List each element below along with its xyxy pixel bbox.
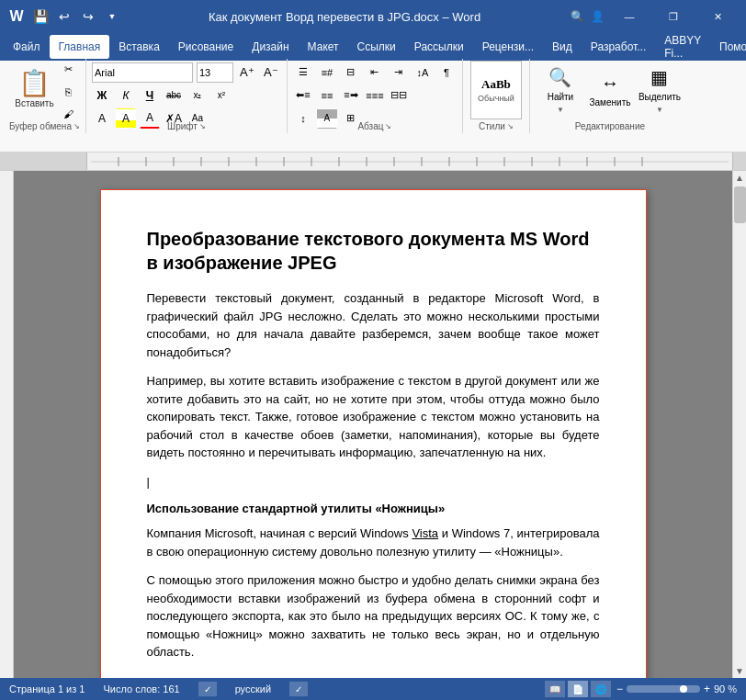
select-icon: ▦ xyxy=(650,66,668,88)
menu-view[interactable]: Вид xyxy=(543,35,582,59)
menu-layout[interactable]: Макет xyxy=(299,35,348,59)
document-paragraph-2: Например, вы хотите вставить изображение… xyxy=(147,372,600,462)
share-icon[interactable]: 👤 xyxy=(588,7,606,26)
find-arrow[interactable]: ▼ xyxy=(557,106,564,114)
redo-icon[interactable]: ↪ xyxy=(79,7,97,26)
horizontal-ruler xyxy=(0,152,746,171)
justify-button[interactable]: ≡≡≡ xyxy=(365,85,385,106)
close-button[interactable]: ✕ xyxy=(696,0,739,33)
restore-button[interactable]: ❐ xyxy=(652,0,695,33)
styles-button[interactable]: AaBb Обычный xyxy=(470,61,522,119)
bold-button[interactable]: Ж xyxy=(92,85,112,106)
underline-button[interactable]: Ч xyxy=(140,85,160,106)
app-window: W 💾 ↩ ↪ ▼ Как документ Ворд перевести в … xyxy=(0,0,746,700)
find-button[interactable]: 🔍 Найти ▼ xyxy=(537,61,583,119)
menu-developer[interactable]: Разработ... xyxy=(582,35,655,59)
align-right-button[interactable]: ≡➡ xyxy=(341,85,361,106)
increase-font-button[interactable]: A⁺ xyxy=(237,62,257,83)
word-app-icon: W xyxy=(7,7,26,26)
decrease-font-button[interactable]: A⁻ xyxy=(261,62,281,83)
subscript-button[interactable]: x₂ xyxy=(187,85,208,106)
font-name-input[interactable] xyxy=(92,62,193,83)
copy-button[interactable]: ⎘ xyxy=(58,82,78,102)
document-page[interactable]: Преобразование текстового документа MS W… xyxy=(100,189,647,678)
word-count: Число слов: 161 xyxy=(103,683,179,694)
font-name-row: A⁺ A⁻ xyxy=(92,62,281,83)
web-layout-button[interactable]: 🌐 xyxy=(591,681,611,697)
increase-indent-button[interactable]: ⇥ xyxy=(389,62,409,83)
menu-references[interactable]: Ссылки xyxy=(348,35,405,59)
font-format-row: Ж К Ч abc x₂ x² xyxy=(92,85,281,106)
paste-button[interactable]: 📋 Вставить xyxy=(10,61,58,119)
clipboard-expand-arrow[interactable]: ↘ xyxy=(73,122,80,130)
zoom-out-button[interactable]: − xyxy=(616,683,623,695)
cut-button[interactable]: ✂ xyxy=(58,60,78,80)
window-title: Как документ Ворд перевести в JPG.docx –… xyxy=(121,10,568,24)
paragraph-expand-arrow[interactable]: ↘ xyxy=(385,122,391,130)
read-mode-button[interactable]: 📖 xyxy=(545,681,565,697)
print-layout-button[interactable]: 📄 xyxy=(568,681,588,697)
find-label: Найти xyxy=(548,92,574,102)
scroll-thumb[interactable] xyxy=(734,186,746,223)
sort-button[interactable]: ↕A xyxy=(413,62,433,83)
undo-icon[interactable]: ↩ xyxy=(55,7,73,26)
bullet-list-button[interactable]: ☰ xyxy=(293,62,313,83)
menu-insert[interactable]: Вставка xyxy=(109,35,169,59)
find-icon: 🔍 xyxy=(548,66,571,88)
save-icon[interactable]: 💾 xyxy=(31,7,50,26)
align-row: ⬅≡ ≡≡ ≡➡ ≡≡≡ ⊟⊟ xyxy=(293,85,457,106)
menu-file[interactable]: Файл xyxy=(4,35,50,59)
superscript-button[interactable]: x² xyxy=(211,85,232,106)
scroll-down-button[interactable]: ▼ xyxy=(733,664,747,678)
zoom-percent: 90 % xyxy=(714,683,737,694)
document-area[interactable]: Преобразование текстового документа MS W… xyxy=(14,171,732,678)
multilevel-list-button[interactable]: ⊟ xyxy=(341,62,361,83)
menu-design[interactable]: Дизайн xyxy=(243,35,298,59)
decrease-indent-button[interactable]: ⇤ xyxy=(365,62,385,83)
search-icon[interactable]: 🔍 xyxy=(568,7,586,26)
language: русский xyxy=(235,683,271,694)
align-left-button[interactable]: ⬅≡ xyxy=(293,85,313,106)
scroll-up-button[interactable]: ▲ xyxy=(733,171,747,185)
paste-icon: 📋 xyxy=(18,71,51,96)
zoom-slider-handle[interactable] xyxy=(680,685,687,693)
vertical-scrollbar[interactable]: ▲ ▼ xyxy=(732,171,746,678)
track-changes-icon[interactable]: ✓ xyxy=(289,682,308,696)
select-button[interactable]: ▦ Выделить ▼ xyxy=(637,61,683,119)
menu-draw[interactable]: Рисование xyxy=(169,35,243,59)
titlebar-controls: 🔍 👤 — ❐ ✕ xyxy=(568,0,739,33)
text-cursor: | xyxy=(147,475,150,489)
replace-button[interactable]: ↔ Заменить xyxy=(587,61,633,119)
section-title: Использование стандартной утилиты «Ножни… xyxy=(147,502,600,515)
ribbon-content: 📋 Вставить ✂ ⎘ 🖌 Буфер обмена ↘ xyxy=(4,64,742,127)
align-center-button[interactable]: ≡≡ xyxy=(317,85,337,106)
font-size-input[interactable] xyxy=(197,62,233,83)
zoom-in-button[interactable]: + xyxy=(704,683,710,695)
numbered-list-button[interactable]: ≡# xyxy=(317,62,337,83)
ruler-markings xyxy=(91,152,729,171)
strikethrough-button[interactable]: abc xyxy=(164,85,184,106)
view-buttons: 📖 📄 🌐 xyxy=(545,681,611,697)
column-button[interactable]: ⊟⊟ xyxy=(389,85,409,106)
menu-review[interactable]: Рецензи... xyxy=(473,35,543,59)
italic-button[interactable]: К xyxy=(116,85,136,106)
quick-access-customize[interactable]: ▼ xyxy=(103,7,121,26)
menu-help[interactable]: Помощн... xyxy=(710,35,746,59)
document-cursor-line[interactable]: | xyxy=(147,473,600,491)
font-group: A⁺ A⁻ Ж К Ч abc x₂ x² A A A xyxy=(86,59,288,133)
titlebar-left: W 💾 ↩ ↪ ▼ xyxy=(7,7,121,26)
ribbon: 📋 Вставить ✂ ⎘ 🖌 Буфер обмена ↘ xyxy=(0,61,746,152)
menu-abbyy[interactable]: ABBYY Fi... xyxy=(655,35,710,59)
styles-preview: AaBb xyxy=(481,77,511,92)
select-arrow[interactable]: ▼ xyxy=(656,106,663,114)
styles-expand-arrow[interactable]: ↘ xyxy=(507,122,514,130)
minimize-button[interactable]: — xyxy=(608,0,650,33)
zoom-slider[interactable] xyxy=(627,685,700,693)
show-marks-button[interactable]: ¶ xyxy=(436,62,457,83)
document-title: Преобразование текстового документа MS W… xyxy=(147,227,600,275)
font-expand-arrow[interactable]: ↘ xyxy=(199,122,206,130)
clipboard-group: 📋 Вставить ✂ ⎘ 🖌 Буфер обмена ↘ xyxy=(4,59,86,133)
menu-mailings[interactable]: Рассылки xyxy=(405,35,473,59)
select-label: Выделить xyxy=(639,92,681,102)
proofing-icon[interactable]: ✓ xyxy=(198,682,217,696)
